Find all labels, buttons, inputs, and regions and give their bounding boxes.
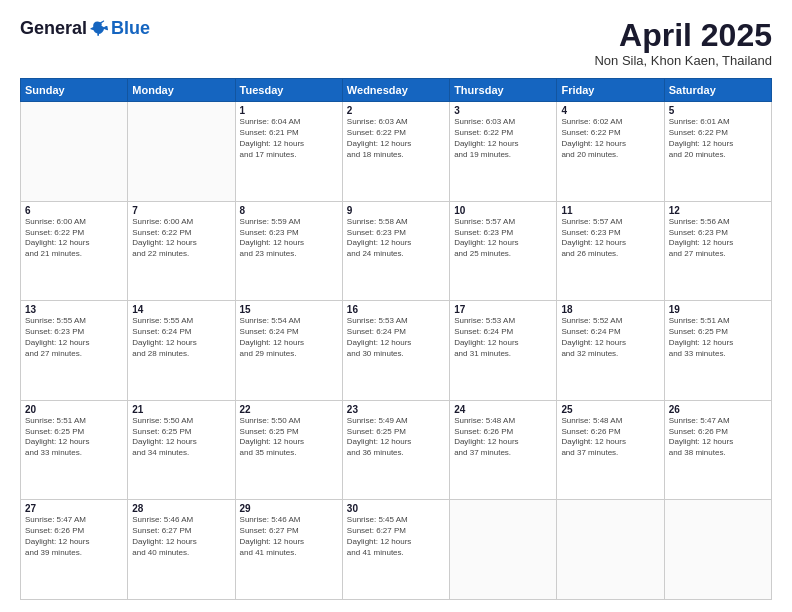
- day-info: Sunrise: 5:48 AM Sunset: 6:26 PM Dayligh…: [561, 416, 659, 459]
- calendar-cell: 22Sunrise: 5:50 AM Sunset: 6:25 PM Dayli…: [235, 400, 342, 500]
- weekday-header-sunday: Sunday: [21, 79, 128, 102]
- calendar-cell: 3Sunrise: 6:03 AM Sunset: 6:22 PM Daylig…: [450, 102, 557, 202]
- day-number: 27: [25, 503, 123, 514]
- day-info: Sunrise: 5:45 AM Sunset: 6:27 PM Dayligh…: [347, 515, 445, 558]
- weekday-header-wednesday: Wednesday: [342, 79, 449, 102]
- day-info: Sunrise: 5:59 AM Sunset: 6:23 PM Dayligh…: [240, 217, 338, 260]
- day-info: Sunrise: 6:03 AM Sunset: 6:22 PM Dayligh…: [347, 117, 445, 160]
- day-number: 29: [240, 503, 338, 514]
- calendar-week-4: 20Sunrise: 5:51 AM Sunset: 6:25 PM Dayli…: [21, 400, 772, 500]
- weekday-header-friday: Friday: [557, 79, 664, 102]
- day-number: 18: [561, 304, 659, 315]
- day-info: Sunrise: 5:54 AM Sunset: 6:24 PM Dayligh…: [240, 316, 338, 359]
- calendar-cell: 30Sunrise: 5:45 AM Sunset: 6:27 PM Dayli…: [342, 500, 449, 600]
- day-number: 25: [561, 404, 659, 415]
- logo-bird-icon: [89, 19, 109, 39]
- day-number: 11: [561, 205, 659, 216]
- calendar-cell: 19Sunrise: 5:51 AM Sunset: 6:25 PM Dayli…: [664, 301, 771, 401]
- day-info: Sunrise: 5:57 AM Sunset: 6:23 PM Dayligh…: [561, 217, 659, 260]
- day-number: 26: [669, 404, 767, 415]
- calendar-cell: 27Sunrise: 5:47 AM Sunset: 6:26 PM Dayli…: [21, 500, 128, 600]
- day-number: 17: [454, 304, 552, 315]
- day-info: Sunrise: 5:53 AM Sunset: 6:24 PM Dayligh…: [454, 316, 552, 359]
- day-number: 20: [25, 404, 123, 415]
- day-info: Sunrise: 5:56 AM Sunset: 6:23 PM Dayligh…: [669, 217, 767, 260]
- calendar-cell: 21Sunrise: 5:50 AM Sunset: 6:25 PM Dayli…: [128, 400, 235, 500]
- calendar-cell: 9Sunrise: 5:58 AM Sunset: 6:23 PM Daylig…: [342, 201, 449, 301]
- day-info: Sunrise: 5:47 AM Sunset: 6:26 PM Dayligh…: [25, 515, 123, 558]
- day-number: 10: [454, 205, 552, 216]
- calendar-cell: 8Sunrise: 5:59 AM Sunset: 6:23 PM Daylig…: [235, 201, 342, 301]
- calendar-cell: 7Sunrise: 6:00 AM Sunset: 6:22 PM Daylig…: [128, 201, 235, 301]
- day-number: 6: [25, 205, 123, 216]
- day-number: 3: [454, 105, 552, 116]
- day-number: 19: [669, 304, 767, 315]
- day-info: Sunrise: 5:47 AM Sunset: 6:26 PM Dayligh…: [669, 416, 767, 459]
- day-number: 4: [561, 105, 659, 116]
- day-number: 8: [240, 205, 338, 216]
- day-info: Sunrise: 5:57 AM Sunset: 6:23 PM Dayligh…: [454, 217, 552, 260]
- day-number: 1: [240, 105, 338, 116]
- day-number: 15: [240, 304, 338, 315]
- day-number: 22: [240, 404, 338, 415]
- day-number: 12: [669, 205, 767, 216]
- calendar-cell: 24Sunrise: 5:48 AM Sunset: 6:26 PM Dayli…: [450, 400, 557, 500]
- calendar-cell: [450, 500, 557, 600]
- day-number: 23: [347, 404, 445, 415]
- day-info: Sunrise: 5:55 AM Sunset: 6:23 PM Dayligh…: [25, 316, 123, 359]
- calendar-cell: [664, 500, 771, 600]
- title-block: April 2025 Non Sila, Khon Kaen, Thailand: [594, 18, 772, 68]
- day-info: Sunrise: 6:00 AM Sunset: 6:22 PM Dayligh…: [132, 217, 230, 260]
- calendar-cell: 28Sunrise: 5:46 AM Sunset: 6:27 PM Dayli…: [128, 500, 235, 600]
- day-info: Sunrise: 6:01 AM Sunset: 6:22 PM Dayligh…: [669, 117, 767, 160]
- calendar-cell: [128, 102, 235, 202]
- day-info: Sunrise: 5:50 AM Sunset: 6:25 PM Dayligh…: [240, 416, 338, 459]
- logo-blue-text: Blue: [111, 18, 150, 39]
- day-info: Sunrise: 5:53 AM Sunset: 6:24 PM Dayligh…: [347, 316, 445, 359]
- day-info: Sunrise: 6:04 AM Sunset: 6:21 PM Dayligh…: [240, 117, 338, 160]
- subtitle: Non Sila, Khon Kaen, Thailand: [594, 53, 772, 68]
- day-number: 21: [132, 404, 230, 415]
- calendar-cell: 6Sunrise: 6:00 AM Sunset: 6:22 PM Daylig…: [21, 201, 128, 301]
- calendar-header-row: SundayMondayTuesdayWednesdayThursdayFrid…: [21, 79, 772, 102]
- calendar-cell: 1Sunrise: 6:04 AM Sunset: 6:21 PM Daylig…: [235, 102, 342, 202]
- calendar-cell: 11Sunrise: 5:57 AM Sunset: 6:23 PM Dayli…: [557, 201, 664, 301]
- calendar-cell: 25Sunrise: 5:48 AM Sunset: 6:26 PM Dayli…: [557, 400, 664, 500]
- logo: General Blue: [20, 18, 150, 39]
- calendar-cell: 15Sunrise: 5:54 AM Sunset: 6:24 PM Dayli…: [235, 301, 342, 401]
- calendar-cell: 13Sunrise: 5:55 AM Sunset: 6:23 PM Dayli…: [21, 301, 128, 401]
- main-title: April 2025: [594, 18, 772, 53]
- calendar-cell: 14Sunrise: 5:55 AM Sunset: 6:24 PM Dayli…: [128, 301, 235, 401]
- day-info: Sunrise: 5:51 AM Sunset: 6:25 PM Dayligh…: [25, 416, 123, 459]
- weekday-header-monday: Monday: [128, 79, 235, 102]
- day-number: 13: [25, 304, 123, 315]
- calendar-cell: [557, 500, 664, 600]
- day-number: 2: [347, 105, 445, 116]
- header: General Blue April 2025 Non Sila, Khon K…: [20, 18, 772, 68]
- calendar-cell: 18Sunrise: 5:52 AM Sunset: 6:24 PM Dayli…: [557, 301, 664, 401]
- calendar-cell: 5Sunrise: 6:01 AM Sunset: 6:22 PM Daylig…: [664, 102, 771, 202]
- day-info: Sunrise: 5:51 AM Sunset: 6:25 PM Dayligh…: [669, 316, 767, 359]
- page: General Blue April 2025 Non Sila, Khon K…: [0, 0, 792, 612]
- calendar-week-1: 1Sunrise: 6:04 AM Sunset: 6:21 PM Daylig…: [21, 102, 772, 202]
- calendar-cell: 2Sunrise: 6:03 AM Sunset: 6:22 PM Daylig…: [342, 102, 449, 202]
- calendar-cell: 20Sunrise: 5:51 AM Sunset: 6:25 PM Dayli…: [21, 400, 128, 500]
- day-info: Sunrise: 6:00 AM Sunset: 6:22 PM Dayligh…: [25, 217, 123, 260]
- day-info: Sunrise: 6:02 AM Sunset: 6:22 PM Dayligh…: [561, 117, 659, 160]
- calendar-cell: 29Sunrise: 5:46 AM Sunset: 6:27 PM Dayli…: [235, 500, 342, 600]
- day-info: Sunrise: 5:46 AM Sunset: 6:27 PM Dayligh…: [240, 515, 338, 558]
- day-number: 24: [454, 404, 552, 415]
- weekday-header-saturday: Saturday: [664, 79, 771, 102]
- calendar-cell: 4Sunrise: 6:02 AM Sunset: 6:22 PM Daylig…: [557, 102, 664, 202]
- calendar-cell: 23Sunrise: 5:49 AM Sunset: 6:25 PM Dayli…: [342, 400, 449, 500]
- day-number: 30: [347, 503, 445, 514]
- day-info: Sunrise: 5:46 AM Sunset: 6:27 PM Dayligh…: [132, 515, 230, 558]
- day-number: 5: [669, 105, 767, 116]
- weekday-header-tuesday: Tuesday: [235, 79, 342, 102]
- calendar-week-2: 6Sunrise: 6:00 AM Sunset: 6:22 PM Daylig…: [21, 201, 772, 301]
- day-info: Sunrise: 6:03 AM Sunset: 6:22 PM Dayligh…: [454, 117, 552, 160]
- day-info: Sunrise: 5:49 AM Sunset: 6:25 PM Dayligh…: [347, 416, 445, 459]
- calendar-week-3: 13Sunrise: 5:55 AM Sunset: 6:23 PM Dayli…: [21, 301, 772, 401]
- day-info: Sunrise: 5:55 AM Sunset: 6:24 PM Dayligh…: [132, 316, 230, 359]
- calendar-week-5: 27Sunrise: 5:47 AM Sunset: 6:26 PM Dayli…: [21, 500, 772, 600]
